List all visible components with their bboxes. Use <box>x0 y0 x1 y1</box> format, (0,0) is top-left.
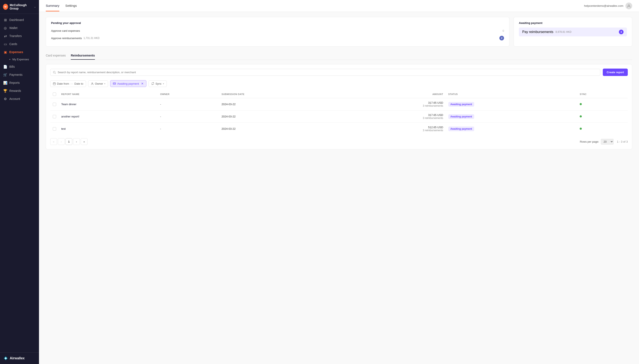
sidebar-item-cards[interactable]: ▭ Cards <box>0 40 39 48</box>
sidebar-item-transfers[interactable]: ⇄ Transfers <box>0 32 39 40</box>
table-row: test - 2024-03-22 512.65 USD 3 reimburse… <box>50 123 628 135</box>
sidebar-label-my-expenses: My Expenses <box>13 58 29 61</box>
pay-reimbursements-label: Pay reimbursements <box>522 30 553 34</box>
pagination-buttons: « ‹ 1 › » <box>50 138 88 145</box>
table-row: another report! - 2024-03-22 317.65 USD … <box>50 110 628 123</box>
cell-report-name-1[interactable]: another report! <box>59 110 158 123</box>
user-avatar[interactable] <box>625 2 632 9</box>
svg-point-1 <box>53 71 55 73</box>
cell-amount-0: 317.65 USD 3 reimbursements <box>338 98 446 110</box>
sidebar-item-wallet[interactable]: ◎ Wallet <box>0 24 39 32</box>
approve-card-expenses-value: 0 <box>503 29 504 32</box>
date-from-label: Date from <box>57 82 69 85</box>
user-email: helpcenterdemo@airwallex.com <box>584 4 623 8</box>
tab-summary[interactable]: Summary <box>46 0 59 12</box>
sidebar-item-bills[interactable]: 📄 Bills <box>0 63 39 71</box>
cell-status-2: Awaiting payment <box>446 123 577 135</box>
awaiting-payment-line[interactable]: Pay reimbursements 8,978.81 HKD 3 <box>519 28 627 36</box>
expense-tabs: Card expenses Reimbursements <box>46 52 632 60</box>
svg-rect-2 <box>53 83 56 85</box>
col-submission-date: SUBMISSION DATE <box>219 90 338 98</box>
owner-filter-label: Owner <box>95 82 103 85</box>
rows-per-page-label: Rows per page: <box>580 140 599 143</box>
search-box[interactable] <box>50 69 600 76</box>
sidebar-header[interactable]: M McCullough Group ⌄ <box>0 0 39 14</box>
filter-row: Date from — Date to Owner ▾ <box>50 80 628 87</box>
tab-settings[interactable]: Settings <box>65 0 77 12</box>
calendar-icon <box>53 82 56 85</box>
next-page-button[interactable]: › <box>73 138 80 145</box>
sidebar-nav: ⊞ Dashboard ◎ Wallet ⇄ Transfers ▭ Cards… <box>0 14 39 352</box>
cell-sync-0 <box>577 98 628 110</box>
create-report-button[interactable]: Create report <box>603 68 628 76</box>
pending-approval-title: Pending your approval <box>51 21 504 24</box>
cell-report-name-2[interactable]: test <box>59 123 158 135</box>
company-icon: M <box>3 4 8 10</box>
sidebar-label-reports: Reports <box>9 81 20 84</box>
pagination-row: « ‹ 1 › » Rows per page: 20 50 100 <box>50 138 628 145</box>
airwallex-logo: Airwallex <box>4 356 36 360</box>
date-range-filter[interactable]: Date from — Date to <box>50 80 86 87</box>
current-page-button[interactable]: 1 <box>66 138 72 145</box>
tab-card-expenses[interactable]: Card expenses <box>46 52 66 60</box>
payment-status-filter[interactable]: Awaiting payment ✕ <box>110 80 146 87</box>
sidebar-label-transfers: Transfers <box>9 34 22 38</box>
cards-icon: ▭ <box>4 42 7 46</box>
cell-date-1: 2024-03-22 <box>219 110 338 123</box>
first-page-button[interactable]: « <box>50 138 57 145</box>
date-separator: — <box>70 82 73 85</box>
sidebar-item-expenses[interactable]: ▣ Expenses <box>0 48 39 56</box>
sidebar-item-dashboard[interactable]: ⊞ Dashboard <box>0 16 39 24</box>
approve-card-expenses-label: Approve card expenses <box>51 29 80 32</box>
last-page-button[interactable]: » <box>81 138 88 145</box>
col-owner: OWNER <box>158 90 219 98</box>
select-all-checkbox[interactable] <box>53 92 56 96</box>
sidebar-item-payments[interactable]: 🛒 Payments <box>0 71 39 79</box>
row-checkbox-1[interactable] <box>53 115 56 118</box>
approve-reimbursements-line: Approve reimbursements 1,731.31 HKD 2 <box>51 34 504 42</box>
sidebar-item-reports[interactable]: 📊 Reports <box>0 79 39 87</box>
header-user: helpcenterdemo@airwallex.com <box>584 2 632 9</box>
account-icon: ⚙ <box>4 97 7 101</box>
rows-per-page-select[interactable]: 20 50 100 <box>601 139 613 144</box>
sidebar-label-bills: Bills <box>9 65 15 68</box>
sync-filter-label: Sync <box>155 82 162 85</box>
sidebar-label-dashboard: Dashboard <box>9 18 24 22</box>
sync-filter[interactable]: Sync ▾ <box>148 80 167 87</box>
pay-reimbursements-amount: 8,978.81 HKD <box>555 30 571 34</box>
date-to-label: Date to <box>74 82 83 85</box>
payment-status-label: Awaiting payment <box>117 82 139 85</box>
tab-reimbursements[interactable]: Reimbursements <box>71 52 95 60</box>
owner-filter[interactable]: Owner ▾ <box>88 80 108 87</box>
approve-reimbursements-badge: 2 <box>499 36 504 40</box>
cell-amount-1: 317.65 USD 3 reimbursements <box>338 110 446 123</box>
expenses-icon: ▣ <box>4 50 7 54</box>
page-content: Pending your approval Approve card expen… <box>39 12 639 364</box>
sidebar-label-cards: Cards <box>9 42 17 46</box>
cell-report-name-0[interactable]: Team dinner <box>59 98 158 110</box>
bills-icon: 📄 <box>4 65 7 68</box>
reports-icon: 📊 <box>4 81 7 85</box>
filters-row: Create report <box>50 68 628 76</box>
sidebar-item-account[interactable]: ⚙ Account <box>0 95 39 103</box>
company-name: McCullough Group <box>10 4 32 10</box>
search-icon <box>53 71 56 74</box>
cell-owner-1: - <box>158 110 219 123</box>
person-icon <box>91 82 94 85</box>
search-input[interactable] <box>58 71 597 74</box>
row-checkbox-2[interactable] <box>53 127 56 130</box>
header-tabs: Summary Settings <box>46 0 83 12</box>
sidebar-item-my-expenses[interactable]: ▪ My Expenses <box>0 56 39 63</box>
col-sync: SYNC <box>577 90 628 98</box>
cell-sync-1 <box>577 110 628 123</box>
table-row: Team dinner - 2024-03-22 317.65 USD 3 re… <box>50 98 628 110</box>
prev-page-button[interactable]: ‹ <box>58 138 65 145</box>
sidebar-label-rewards: Rewards <box>9 89 21 92</box>
row-checkbox-0[interactable] <box>53 103 56 106</box>
transfers-icon: ⇄ <box>4 34 7 38</box>
remove-payment-status-filter[interactable]: ✕ <box>141 82 144 85</box>
sidebar-item-rewards[interactable]: 🏆 Rewards <box>0 87 39 95</box>
rows-per-page: Rows per page: 20 50 100 <box>580 139 613 144</box>
company-chevron-icon[interactable]: ⌄ <box>34 5 36 8</box>
col-status: STATUS <box>446 90 577 98</box>
